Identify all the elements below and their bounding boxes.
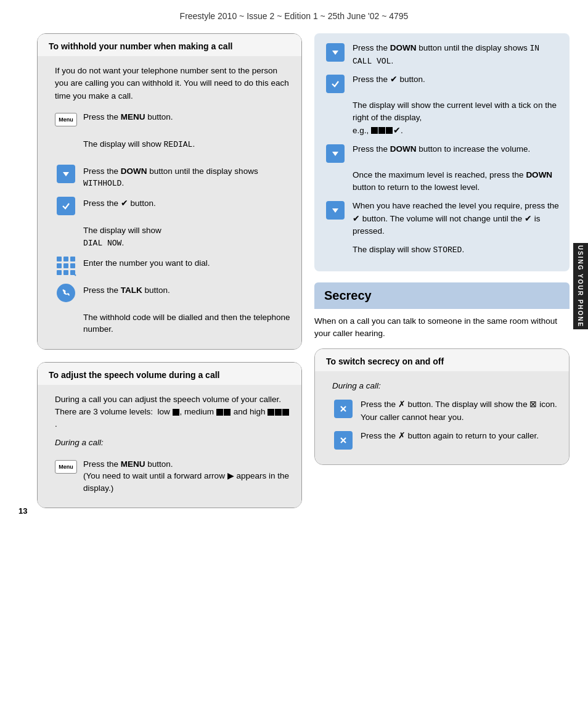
volume-section: To adjust the speech volume during a cal… [37, 362, 302, 509]
secrecy-box-body: During a call: [315, 371, 569, 464]
vol-step-max-text: Once the maximum level is reached, press… [353, 169, 560, 194]
down-icon-r2 [324, 143, 346, 163]
x-button-icon-1 [334, 400, 353, 418]
vol-step-check1-text: Press the ✔ button. [353, 73, 560, 86]
menu-icon: Menu [55, 109, 77, 131]
down-button-r3 [326, 201, 345, 220]
svg-rect-5 [63, 263, 68, 268]
secrecy-section: Secrecy When on a call you can talk to s… [314, 282, 570, 465]
x-icon-1 [332, 398, 354, 418]
spacer-icon-r3 [324, 244, 346, 245]
vol-step-check1: Press the ✔ button. [324, 73, 560, 93]
vol-step-down3: When you have reached the level you requ… [324, 200, 560, 237]
vol-step-stored-text: The display will show STORED. [353, 244, 560, 257]
vol-step-down3-text: When you have reached the level you requ… [353, 200, 560, 237]
spacer-icon-1 [55, 136, 77, 158]
svg-rect-7 [57, 270, 62, 275]
x-button-icon-2 [334, 431, 353, 450]
withhold-step-redial-text: The display will show REDIAL. [83, 136, 290, 151]
volume-header: To adjust the speech volume during a cal… [38, 363, 301, 385]
check-icon-1 [55, 195, 77, 217]
volume-step-menu-text: Press the MENU button. (You need to wait… [83, 456, 290, 495]
left-column: To withhold your number when making a ca… [37, 33, 302, 520]
withhold-section: To withhold your number when making a ca… [37, 33, 302, 350]
withhold-step-dialled-text: The withhold code will be dialled and th… [83, 309, 290, 335]
spacer-icon-r2 [324, 169, 346, 170]
side-tab-label: USING YOUR PHONE [578, 245, 584, 327]
talk-icon [55, 282, 77, 304]
svg-rect-6 [70, 263, 75, 268]
withhold-intro: If you do not want your telephone number… [55, 65, 290, 102]
side-tab: USING YOUR PHONE [573, 243, 588, 329]
secrecy-step-x1-text: Press the ✗ button. The display will sho… [361, 398, 558, 424]
x-icon-2 [332, 430, 354, 450]
down-button-r2 [326, 144, 345, 163]
svg-rect-8 [63, 270, 68, 275]
withhold-step-down-text: Press the DOWN button until the display … [83, 163, 290, 190]
withhold-step-talk-text: Press the TALK button. [83, 282, 290, 297]
menu-icon-vol: Menu [55, 456, 77, 478]
withhold-step-check-text: Press the ✔ button. [83, 195, 290, 210]
secrecy-step-x2: Press the ✗ button again to return to yo… [332, 430, 558, 450]
vol-step-level-text: The display will show the current level … [353, 99, 560, 137]
page-header: Freestyle 2010 ~ Issue 2 ~ Edition 1 ~ 2… [0, 0, 588, 27]
withhold-step-keypad-text: Enter the number you want to dial. [83, 255, 290, 269]
vol-step-max: Once the maximum level is reached, press… [324, 169, 560, 194]
secrecy-box: To switch secrecy on and off During a ca… [314, 348, 570, 465]
withhold-step-menu-text: Press the MENU button. [83, 109, 290, 123]
vol-step-down2: Press the DOWN button to increase the vo… [324, 143, 560, 163]
withhold-step-down: Press the DOWN button until the display … [55, 163, 290, 190]
down-icon-1 [55, 163, 77, 185]
withhold-step-check: Press the ✔ button. [55, 195, 290, 217]
secrecy-during-label: During a call: [332, 380, 558, 392]
svg-marker-12 [332, 152, 338, 156]
secrecy-step-x1: Press the ✗ button. The display will sho… [332, 398, 558, 424]
vol-step-down1-text: Press the DOWN button until the display … [353, 42, 560, 67]
down-button-icon-1 [57, 165, 75, 183]
page-number: 13 [18, 506, 27, 516]
spacer-icon-2 [55, 222, 77, 244]
down-button-r1 [326, 43, 345, 62]
menu-button-icon: Menu [55, 113, 77, 126]
svg-marker-0 [63, 172, 69, 176]
vol-step-down2-text: Press the DOWN button to increase the vo… [353, 143, 560, 155]
spacer-icon-3 [55, 309, 77, 331]
vol-step-level: The display will show the current level … [324, 99, 560, 137]
check-icon-r1 [324, 73, 346, 93]
svg-rect-2 [63, 257, 68, 261]
svg-marker-11 [332, 51, 338, 55]
withhold-header: To withhold your number when making a ca… [38, 34, 301, 56]
right-steps-panel: Press the DOWN button until the display … [314, 33, 570, 271]
volume-intro: During a call you can adjust the speech … [55, 393, 290, 431]
talk-button-icon [57, 284, 75, 302]
volume-step-menu: Menu Press the MENU button. (You need to… [55, 456, 290, 495]
secrecy-step-x2-text: Press the ✗ button again to return to yo… [361, 430, 558, 442]
secrecy-description: When on a call you can talk to someone i… [314, 315, 570, 340]
vol-step-down1: Press the DOWN button until the display … [324, 42, 560, 67]
down-icon-r1 [324, 42, 346, 62]
withhold-step-redial: The display will show REDIAL. [55, 136, 290, 158]
spacer-icon-r1 [324, 99, 346, 101]
withhold-step-dialnow-text: The display will showDIAL NOW. [83, 222, 290, 249]
vol-step-stored: The display will show STORED. [324, 244, 560, 257]
menu-button-icon-vol: Menu [55, 460, 77, 474]
check-button-r1 [326, 75, 345, 93]
withhold-step-talk: Press the TALK button. [55, 282, 290, 304]
svg-marker-13 [332, 208, 338, 213]
withhold-step-keypad: Enter the number you want to dial. [55, 255, 290, 277]
secrecy-box-header: To switch secrecy on and off [315, 349, 569, 371]
withhold-step-dialled: The withhold code will be dialled and th… [55, 309, 290, 335]
volume-body: During a call you can adjust the speech … [38, 385, 301, 508]
volume-during-label: During a call: [55, 437, 290, 449]
withhold-step-menu: Menu Press the MENU button. [55, 109, 290, 131]
keypad-icon [55, 255, 77, 277]
svg-rect-3 [70, 257, 75, 261]
withhold-step-dialnow: The display will showDIAL NOW. [55, 222, 290, 249]
withhold-body: If you do not want your telephone number… [38, 56, 301, 349]
secrecy-header: Secrecy [314, 282, 570, 309]
check-button-icon-1 [57, 197, 75, 215]
down-icon-r3 [324, 200, 346, 220]
svg-rect-1 [57, 257, 62, 261]
svg-rect-4 [57, 263, 62, 268]
right-column: Press the DOWN button until the display … [314, 33, 570, 520]
